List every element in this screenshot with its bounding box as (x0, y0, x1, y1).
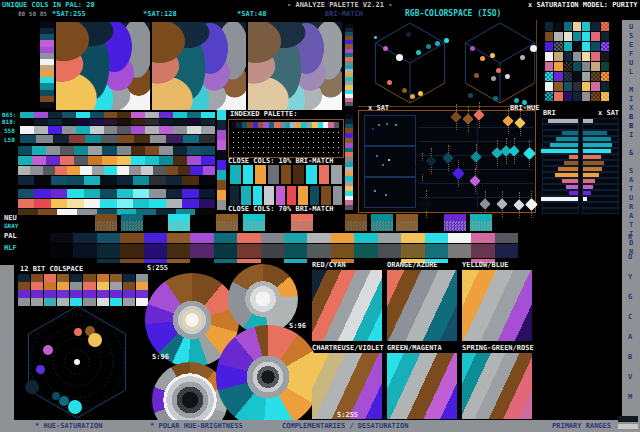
neutralization-pair (95, 214, 117, 231)
swatch (30, 166, 42, 175)
swatch (118, 135, 134, 143)
swatch (583, 197, 587, 201)
range-letter-g: G (628, 294, 632, 301)
swatch (284, 233, 307, 243)
swatch (444, 214, 466, 221)
swatch (298, 186, 307, 205)
brihue-palette-scale (345, 114, 353, 210)
swatch (173, 126, 187, 134)
neutralization-row (50, 214, 520, 232)
corner-swatch-dark (618, 416, 638, 422)
swatch (62, 119, 76, 125)
swatch (187, 126, 201, 134)
swatch (541, 149, 578, 153)
swatch (345, 214, 367, 221)
swatch (166, 176, 182, 185)
swatch (90, 119, 104, 125)
colspace-thumb (70, 274, 82, 306)
bri-match-label: BRI-MATCH (325, 11, 363, 18)
swatch (117, 166, 129, 175)
comp-panel-red-cyan (312, 270, 382, 341)
swatch (556, 137, 578, 141)
swatch (217, 170, 226, 180)
tab-complementaries[interactable]: COMPLEMENTARIES / DESATURATION (282, 423, 408, 430)
swatch (396, 221, 418, 231)
close-cols-group-2 (230, 186, 342, 205)
swatch (214, 244, 237, 258)
rgb-palette-scale (345, 24, 353, 106)
swatch (69, 135, 85, 143)
wheel-label-s96-a: S:96 (289, 323, 306, 330)
swatch (32, 146, 46, 155)
swatch (120, 244, 143, 258)
swatch (448, 244, 471, 258)
swatch (237, 233, 260, 243)
swatch (104, 126, 118, 134)
range-letter-o: O (628, 254, 632, 261)
swatch (564, 52, 572, 61)
swatch (243, 165, 254, 184)
swatch (345, 102, 353, 106)
swatch (582, 42, 590, 51)
swatch (217, 180, 226, 190)
swatch (102, 156, 116, 165)
swatch (43, 166, 55, 175)
swatch (178, 166, 190, 175)
strip-row-s50 (20, 126, 215, 134)
swatch (67, 166, 79, 175)
pal-strip (50, 233, 518, 243)
swatch (145, 112, 159, 118)
swatch (32, 156, 46, 165)
swatch (562, 131, 578, 135)
swatch (281, 165, 292, 184)
row-label-b10: B10: (2, 119, 16, 125)
tab-primary-ranges[interactable]: PRIMARY RANGES (552, 423, 611, 430)
swatch (217, 110, 226, 120)
swatch (159, 146, 173, 155)
swatch (201, 156, 215, 165)
swatch (145, 119, 159, 125)
data-point (74, 359, 80, 365)
swatch (601, 72, 609, 81)
swatch (545, 22, 553, 31)
swatch (62, 126, 76, 134)
comp-title-green-magenta: GREEN/MAGENTA (387, 345, 442, 352)
swatch (141, 166, 153, 175)
neutralization-pair (216, 214, 238, 231)
swatch (187, 146, 201, 155)
swatch (564, 42, 572, 51)
swatch (241, 186, 250, 205)
data-point (513, 199, 524, 210)
data-point (473, 109, 484, 120)
range-letter-b: B (628, 354, 632, 361)
swatch (104, 112, 118, 118)
swatch (73, 233, 96, 243)
tab-polar-hue-brightness[interactable]: * POLAR HUE-BRIGHTNESS (150, 423, 243, 430)
swatch (117, 176, 133, 185)
preview-sat-48 (248, 22, 342, 110)
swatch (173, 119, 187, 125)
swatch (243, 221, 265, 231)
tab-hue-saturation[interactable]: * HUE-SATURATION (35, 423, 102, 430)
swatch (40, 102, 54, 108)
swatch (216, 221, 238, 231)
swatch (97, 259, 120, 263)
swatch (131, 119, 145, 125)
palette-analyzer-screen: UNIQUE COLS IN PAL: 20 - ANALYZE PALETTE… (0, 0, 640, 432)
swatch (554, 42, 562, 51)
swatch (48, 112, 62, 118)
colspace-thumb (18, 274, 30, 306)
swatch (582, 92, 590, 101)
saturation-model-toggle[interactable]: x SATURATION MODEL: PURITY (528, 2, 638, 9)
swatch (145, 126, 159, 134)
swatch (117, 189, 133, 198)
swatch (187, 112, 201, 118)
neutralization-pair (168, 214, 190, 231)
swatch (214, 233, 237, 243)
neutralization-pair (243, 214, 265, 231)
swatch (230, 186, 239, 205)
swatch (217, 200, 226, 210)
polar-wheel-s255-b (216, 325, 320, 429)
swatch (149, 176, 165, 185)
swatch (601, 62, 609, 71)
